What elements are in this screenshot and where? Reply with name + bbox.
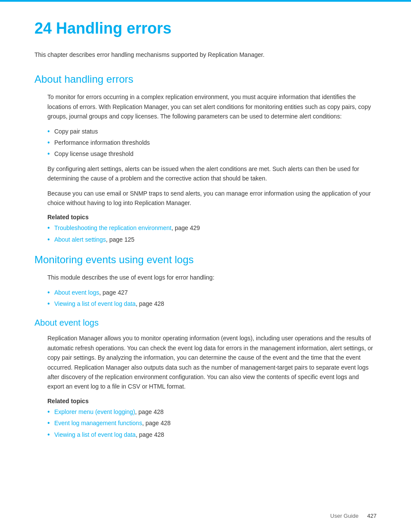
content-area: 24 Handling errors This chapter describe… xyxy=(0,2,411,474)
list-item: About alert settings, page 125 xyxy=(47,235,377,244)
list-item: About event logs, page 427 xyxy=(47,288,377,297)
list-item: Explorer menu (event logging), page 428 xyxy=(47,407,377,417)
page-ref: 428 xyxy=(153,408,163,415)
list-item: Troubleshooting the replication environm… xyxy=(47,223,377,233)
section-body-about-event-logs: Replication Manager allows you to monito… xyxy=(34,333,377,439)
chapter-intro: This chapter describes error handling me… xyxy=(34,50,377,59)
footer-page-number: 427 xyxy=(367,513,377,519)
list-item: Performance information thresholds xyxy=(47,138,377,147)
list-item: Copy pair status xyxy=(47,127,377,136)
link-alert-settings[interactable]: About alert settings xyxy=(54,236,106,243)
subsection-title-about-event-logs: About event logs xyxy=(34,317,377,328)
chapter-number: 24 xyxy=(34,19,52,37)
chapter-title: 24 Handling errors xyxy=(34,19,377,37)
page-ref: 428 xyxy=(154,431,164,438)
page-ref: 125 xyxy=(125,236,134,243)
body-text-event-logs-1: Replication Manager allows you to monito… xyxy=(47,333,377,391)
link-viewing-event-log-data[interactable]: Viewing a list of event log data xyxy=(54,431,136,438)
body-text-about-3: Because you can use email or SNMP traps … xyxy=(47,189,377,208)
section-monitoring-events: Monitoring events using event logs This … xyxy=(34,253,377,308)
section-about-handling-errors: About handling errors To monitor for err… xyxy=(34,72,377,244)
page-ref: 428 xyxy=(154,300,164,307)
section-about-event-logs: About event logs Replication Manager all… xyxy=(34,317,377,439)
section-body-monitoring-events: This module describes the use of event l… xyxy=(34,273,377,308)
link-about-event-logs[interactable]: About event logs xyxy=(54,289,99,296)
page-container: 24 Handling errors This chapter describe… xyxy=(0,0,411,532)
related-topics-label-1: Related topics xyxy=(47,214,377,221)
page-ref: 427 xyxy=(118,289,128,296)
monitoring-event-links: About event logs, page 427 Viewing a lis… xyxy=(47,288,377,309)
list-item: Copy license usage threshold xyxy=(47,149,377,159)
section-title-about-handling-errors: About handling errors xyxy=(34,72,377,86)
about-handling-errors-bullets: Copy pair status Performance information… xyxy=(47,127,377,159)
section-body-about-handling-errors: To monitor for errors occurring in a com… xyxy=(34,92,377,244)
related-links-about-handling: Troubleshooting the replication environm… xyxy=(47,223,377,244)
list-item: Viewing a list of event log data, page 4… xyxy=(47,299,377,308)
body-text-monitoring-1: This module describes the use of event l… xyxy=(47,273,377,282)
list-item: Event log management functions, page 428 xyxy=(47,418,377,428)
page-ref: 428 xyxy=(161,420,171,426)
footer-guide-label: User Guide xyxy=(330,513,359,519)
body-text-about-1: To monitor for errors occurring in a com… xyxy=(47,92,377,121)
list-item: Viewing a list of event log data, page 4… xyxy=(47,430,377,439)
footer: User Guide 427 xyxy=(330,513,377,519)
related-links-event-logs: Explorer menu (event logging), page 428 … xyxy=(47,407,377,439)
link-viewing-event-log[interactable]: Viewing a list of event log data xyxy=(54,300,136,307)
page-ref: 429 xyxy=(190,224,200,231)
body-text-about-2: By configuring alert settings, alerts ca… xyxy=(47,164,377,184)
related-topics-label-2: Related topics xyxy=(47,398,377,404)
chapter-title-text: Handling errors xyxy=(56,19,171,37)
link-event-log-mgmt[interactable]: Event log management functions xyxy=(54,420,142,426)
link-explorer-menu[interactable]: Explorer menu (event logging) xyxy=(54,408,135,415)
link-troubleshooting[interactable]: Troubleshooting the replication environm… xyxy=(54,224,171,231)
section-title-monitoring-events: Monitoring events using event logs xyxy=(34,253,377,266)
